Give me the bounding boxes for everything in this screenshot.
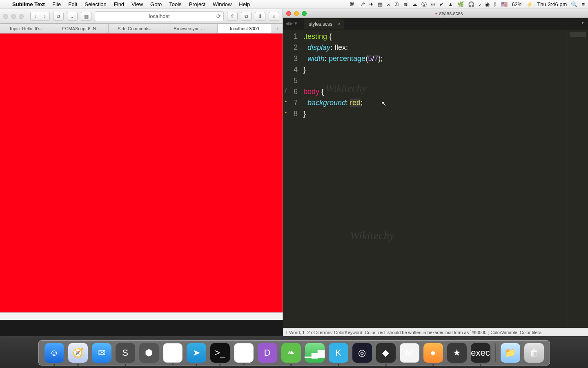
code-content[interactable]: .testing { display: flex; width: percent…	[301, 29, 568, 328]
menu-find[interactable]: Find	[114, 1, 124, 7]
dock-app-1password[interactable]: ◎	[352, 343, 372, 363]
nav-back-forward[interactable]: ‹›	[30, 12, 50, 21]
bluetooth-icon[interactable]: ᛒ	[494, 1, 497, 7]
status-icon[interactable]: ∞	[387, 1, 390, 7]
menu-view[interactable]: View	[131, 1, 143, 7]
status-icon[interactable]: ⊘	[431, 1, 435, 7]
sublime-titlebar: ● styles.scss	[283, 9, 588, 18]
overflow-button[interactable]: »	[269, 12, 279, 21]
status-icon[interactable]: ▦	[378, 1, 383, 7]
dock-app-slack[interactable]: S	[234, 343, 254, 363]
dock-downloads[interactable]: 📁	[501, 343, 520, 363]
minimap[interactable]	[568, 29, 588, 328]
status-icon[interactable]: ⌘	[350, 1, 355, 7]
address-bar[interactable]: localhost ⟳	[95, 11, 224, 21]
battery-icon[interactable]: ⚡	[526, 1, 533, 7]
dock-app-kite[interactable]: K	[329, 343, 348, 363]
tab[interactable]: Topic: Hello! It's…	[0, 24, 54, 33]
safari-window: ‹› ⧉ ⌄ ▦ localhost ⟳ ⇧ ⧉ ⬇ » Topic: Hell…	[0, 9, 283, 320]
minimize-button[interactable]	[11, 14, 16, 19]
menu-project[interactable]: Project	[189, 1, 205, 7]
sidebar-button[interactable]: ⧉	[53, 12, 64, 21]
dock-app-terminal[interactable]: >_	[210, 343, 230, 363]
status-icon[interactable]: ▲	[448, 1, 453, 7]
status-icon[interactable]: ✔	[439, 1, 444, 7]
menu-window[interactable]: Window	[213, 1, 232, 7]
tab[interactable]: Browsersync -…	[163, 24, 218, 33]
minimize-button[interactable]	[294, 11, 299, 16]
dock-app-imovie[interactable]: ★	[447, 343, 467, 363]
nav-back-icon[interactable]: ◀	[285, 21, 289, 26]
nav-fwd-icon[interactable]: ▶	[290, 21, 293, 26]
close-button[interactable]	[3, 14, 8, 19]
address-text: localhost	[149, 13, 169, 19]
dock-trash[interactable]: 🗑	[524, 343, 544, 363]
readlater-button[interactable]: ⌄	[67, 12, 78, 21]
clock[interactable]: Thu 3:46 pm	[537, 1, 567, 7]
menu-file[interactable]: File	[52, 1, 61, 7]
battery-percent[interactable]: 62%	[512, 1, 522, 7]
status-icon[interactable]: ⎇	[359, 1, 365, 7]
status-icon[interactable]: Ⓢ	[421, 1, 427, 8]
tab[interactable]: ECMAScript 6: N…	[54, 24, 109, 33]
topsites-button[interactable]: ▦	[81, 12, 91, 21]
app-menu[interactable]: Sublime Text	[12, 1, 45, 7]
tabs-button[interactable]: ⧉	[241, 12, 252, 21]
sublime-tabbar: ◀ ▶ ▼ styles.scss × ▼	[283, 18, 588, 29]
downloads-button[interactable]: ⬇	[255, 12, 265, 21]
editor-tab[interactable]: styles.scss ×	[304, 19, 344, 29]
tab-label: styles.scss	[309, 21, 332, 27]
tab-active[interactable]: localhost:3000	[218, 24, 272, 33]
dock-app-mweb[interactable]: M	[400, 343, 419, 363]
tab[interactable]: Side Comments…	[109, 24, 163, 33]
watermark: Wikitechy	[350, 230, 394, 241]
dock-app-dash[interactable]: D	[258, 343, 277, 363]
dock-app-sketch[interactable]: ◆	[376, 343, 396, 363]
dock-app-chrome[interactable]: ◉	[163, 343, 183, 363]
menu-tools[interactable]: Tools	[169, 1, 181, 7]
reload-icon[interactable]: ⟳	[216, 13, 221, 19]
zoom-button[interactable]	[19, 14, 24, 19]
dock-app-numbers[interactable]: ▁▄▆	[305, 343, 325, 363]
status-icon[interactable]: ≋	[403, 1, 408, 7]
macos-menubar: Sublime Text File Edit Selection Find Vi…	[0, 0, 588, 9]
tab-menu-icon[interactable]: ▼	[581, 20, 585, 25]
status-icon[interactable]: ☁	[412, 1, 417, 7]
menu-help[interactable]: Help	[239, 1, 250, 7]
status-icon[interactable]: ◉	[485, 1, 490, 7]
zoom-button[interactable]	[302, 11, 307, 16]
tab-close-icon[interactable]: ×	[338, 21, 340, 26]
status-icon[interactable]: ①	[394, 1, 399, 7]
status-icon[interactable]: ♪	[479, 1, 481, 7]
new-tab-button[interactable]: +	[272, 24, 283, 33]
status-icon[interactable]: 🌿	[457, 1, 464, 7]
dock-app-camtasia[interactable]: ●	[423, 343, 443, 363]
close-button[interactable]	[286, 11, 291, 16]
page-content	[0, 34, 283, 312]
editor-area[interactable]: { ● ● 1 2 3 4 5 6 7 8 .testing { display…	[283, 29, 588, 328]
share-button[interactable]: ⇧	[227, 12, 238, 21]
dock-app-safari[interactable]: 🧭	[68, 343, 88, 363]
window-title: styles.scss	[439, 11, 463, 16]
menu-goto[interactable]: Goto	[150, 1, 162, 7]
status-icon[interactable]: 🎧	[468, 1, 474, 7]
dock-app-exec[interactable]: exec	[471, 343, 490, 363]
dock-app-finder[interactable]: ☺	[45, 343, 64, 363]
dock-app-mail[interactable]: ✉	[92, 343, 111, 363]
spotlight-icon[interactable]: 🔍	[571, 1, 577, 7]
dock-app-telegram[interactable]: ➤	[187, 343, 206, 363]
notification-center-icon[interactable]: ≡	[581, 1, 585, 7]
nav-down-icon[interactable]: ▼	[294, 21, 298, 26]
mouse-cursor-icon: ↖	[381, 98, 386, 109]
status-icon[interactable]: ✈	[369, 1, 374, 7]
flag-icon[interactable]: 🇺🇸	[501, 1, 508, 7]
status-text: 1 Word, 1–2 of 3 errors: ColorKeyword: C…	[285, 330, 543, 335]
dock: ☺🧭✉S⬢◉➤>_SD❧▁▄▆K◎◆M●★exec📁🗑	[38, 340, 550, 366]
dock-area: ☺🧭✉S⬢◉➤>_SD❧▁▄▆K◎◆M●★exec📁🗑	[0, 336, 588, 368]
menubar-status-area: ⌘ ⎇ ✈ ▦ ∞ ① ≋ ☁ Ⓢ ⊘ ✔ ▲ 🌿 🎧 ♪ ◉ ᛒ 🇺🇸 62%…	[350, 1, 585, 8]
dock-app-sublime[interactable]: S	[116, 343, 135, 363]
dock-app-transmit[interactable]: ⬢	[139, 343, 159, 363]
menu-selection[interactable]: Selection	[85, 1, 106, 7]
dock-app-evernote[interactable]: ❧	[281, 343, 301, 363]
menu-edit[interactable]: Edit	[68, 1, 77, 7]
